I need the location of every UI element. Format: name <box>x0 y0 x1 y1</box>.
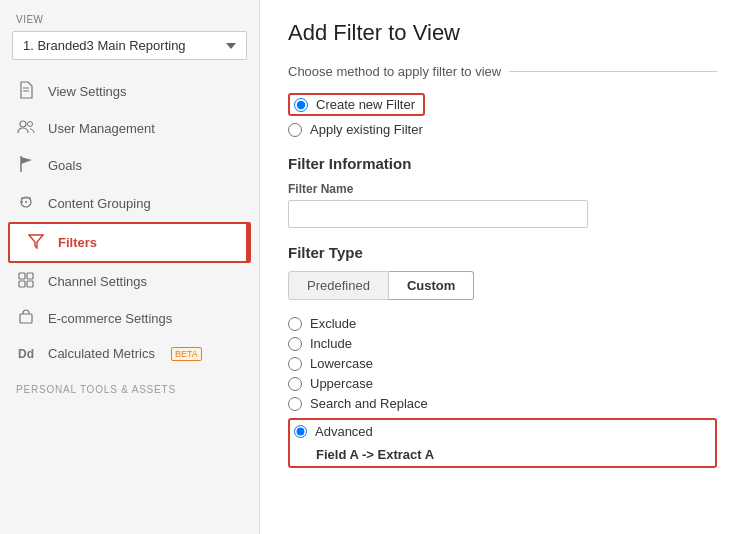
custom-options-group: Exclude Include Lowercase Uppercase Sear… <box>288 316 717 468</box>
uppercase-radio[interactable] <box>288 377 302 391</box>
sidebar-label: Filters <box>58 235 97 250</box>
ecommerce-icon <box>16 309 36 328</box>
svg-rect-12 <box>19 281 25 287</box>
filter-name-label: Filter Name <box>288 182 717 196</box>
sidebar-item-goals[interactable]: Goals <box>0 146 259 185</box>
users-icon <box>16 120 36 137</box>
apply-existing-label[interactable]: Apply existing Filter <box>310 122 423 137</box>
create-new-label[interactable]: Create new Filter <box>316 97 415 112</box>
exclude-label[interactable]: Exclude <box>310 316 356 331</box>
include-option[interactable]: Include <box>288 336 717 351</box>
svg-marker-9 <box>29 235 43 248</box>
filter-type-tabs: Predefined Custom <box>288 271 717 300</box>
exclude-radio[interactable] <box>288 317 302 331</box>
sidebar-item-view-settings[interactable]: View Settings <box>0 72 259 111</box>
filter-type-label: Filter Type <box>288 244 717 261</box>
filter-name-input[interactable] <box>288 200 588 228</box>
search-replace-label[interactable]: Search and Replace <box>310 396 428 411</box>
filter-icon <box>26 233 46 252</box>
svg-rect-13 <box>27 281 33 287</box>
advanced-radio[interactable] <box>294 425 307 438</box>
method-section-header: Choose method to apply filter to view <box>288 64 717 79</box>
predefined-tab[interactable]: Predefined <box>288 271 389 300</box>
lowercase-option[interactable]: Lowercase <box>288 356 717 371</box>
sidebar-label: Content Grouping <box>48 196 151 211</box>
channel-icon <box>16 272 36 291</box>
svg-rect-11 <box>27 273 33 279</box>
main-content: Add Filter to View Choose method to appl… <box>260 0 745 534</box>
svg-rect-10 <box>19 273 25 279</box>
svg-point-3 <box>28 122 33 127</box>
svg-rect-14 <box>20 314 32 323</box>
sidebar-item-content-grouping[interactable]: Content Grouping <box>0 185 259 222</box>
document-icon <box>16 81 36 102</box>
filters-active-box: Filters <box>8 222 251 263</box>
sidebar-item-ecommerce[interactable]: E-commerce Settings <box>0 300 259 337</box>
page-title: Add Filter to View <box>288 20 717 46</box>
lowercase-label[interactable]: Lowercase <box>310 356 373 371</box>
sidebar-item-filters[interactable]: Filters <box>10 224 249 261</box>
filter-info-header: Filter Information <box>288 155 717 172</box>
sidebar: VIEW 1. Branded3 Main Reporting View Set… <box>0 0 260 534</box>
exclude-option[interactable]: Exclude <box>288 316 717 331</box>
chevron-down-icon <box>226 43 236 49</box>
advanced-highlight: Advanced Field A -> Extract A <box>288 418 717 468</box>
view-name: 1. Branded3 Main Reporting <box>23 38 186 53</box>
create-new-filter-option[interactable]: Create new Filter <box>288 93 717 116</box>
include-radio[interactable] <box>288 337 302 351</box>
create-new-highlight: Create new Filter <box>288 93 425 116</box>
advanced-label[interactable]: Advanced <box>315 424 373 439</box>
search-replace-option[interactable]: Search and Replace <box>288 396 717 411</box>
choose-method-label: Choose method to apply filter to view <box>288 64 501 79</box>
svg-point-2 <box>20 121 26 127</box>
content-grouping-icon <box>16 194 36 213</box>
sidebar-item-user-management[interactable]: User Management <box>0 111 259 146</box>
sidebar-label: Channel Settings <box>48 274 147 289</box>
advanced-sublabel: Field A -> Extract A <box>294 447 434 462</box>
search-replace-radio[interactable] <box>288 397 302 411</box>
filter-method-group: Create new Filter Apply existing Filter <box>288 93 717 137</box>
sidebar-label: Goals <box>48 158 82 173</box>
advanced-main-row: Advanced <box>294 424 373 439</box>
sidebar-item-channel-settings[interactable]: Channel Settings <box>0 263 259 300</box>
lowercase-radio[interactable] <box>288 357 302 371</box>
sidebar-label: Calculated Metrics <box>48 346 155 361</box>
create-new-radio[interactable] <box>294 98 308 112</box>
uppercase-option[interactable]: Uppercase <box>288 376 717 391</box>
custom-tab[interactable]: Custom <box>389 271 474 300</box>
divider <box>509 71 717 72</box>
apply-existing-radio[interactable] <box>288 123 302 137</box>
uppercase-label[interactable]: Uppercase <box>310 376 373 391</box>
sidebar-label: E-commerce Settings <box>48 311 172 326</box>
svg-point-8 <box>25 201 27 203</box>
sidebar-label: User Management <box>48 121 155 136</box>
calculated-metrics-icon: Dd <box>16 347 36 361</box>
view-select[interactable]: 1. Branded3 Main Reporting <box>12 31 247 60</box>
apply-existing-option[interactable]: Apply existing Filter <box>288 122 717 137</box>
beta-badge: BETA <box>171 347 202 361</box>
sidebar-label: View Settings <box>48 84 127 99</box>
svg-point-7 <box>21 201 23 203</box>
personal-tools-label: PERSONAL TOOLS & ASSETS <box>0 370 259 399</box>
flag-icon <box>16 155 36 176</box>
sidebar-item-calculated-metrics[interactable]: Dd Calculated Metrics BETA <box>0 337 259 370</box>
include-label[interactable]: Include <box>310 336 352 351</box>
view-label: VIEW <box>0 10 259 27</box>
